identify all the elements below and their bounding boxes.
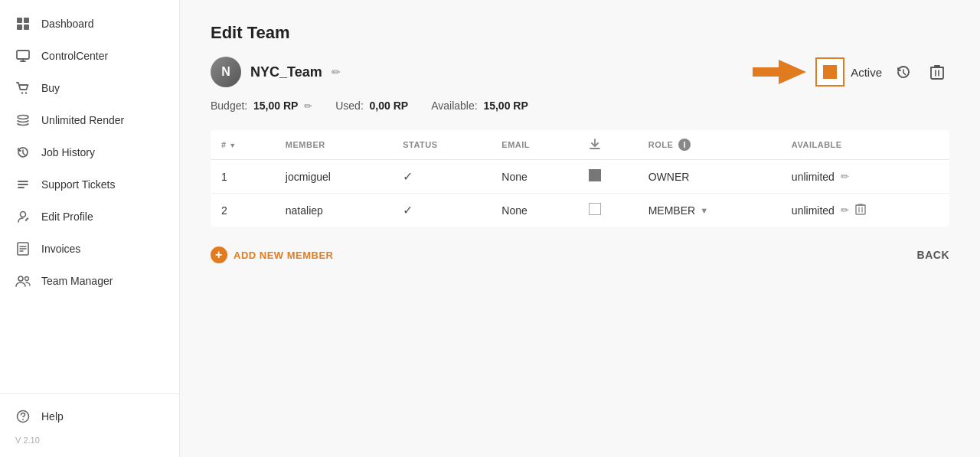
sidebar-label-edit-profile: Edit Profile	[41, 211, 93, 223]
svg-rect-26	[856, 205, 865, 214]
sidebar-item-help[interactable]: Help	[0, 400, 179, 433]
budget-value: 15,00 RP	[253, 100, 298, 112]
col-num[interactable]: # ▼	[211, 130, 275, 160]
sidebar-label-dashboard: Dashboard	[41, 18, 94, 30]
sidebar-item-edit-profile[interactable]: Edit Profile	[0, 201, 179, 233]
cell-available-2: unlimited ✏	[781, 194, 949, 227]
list-icon	[15, 177, 31, 192]
svg-rect-4	[17, 51, 29, 59]
available-value: 15,00 RP	[483, 100, 528, 112]
svg-point-11	[21, 212, 26, 217]
footer-row: + ADD NEW MEMBER BACK	[211, 246, 949, 263]
add-member-label: ADD NEW MEMBER	[234, 250, 334, 261]
avail-delete-icon-2[interactable]	[855, 203, 866, 217]
sidebar-label-invoices: Invoices	[41, 243, 80, 255]
delete-team-icon[interactable]	[925, 60, 949, 84]
svg-rect-20	[753, 67, 782, 77]
role-info-icon[interactable]: i	[678, 139, 691, 151]
svg-point-19	[22, 419, 24, 420]
sidebar-label-team-manager: Team Manager	[41, 275, 113, 287]
used-label: Used: 0,00 RP	[335, 100, 408, 112]
avail-value-1: unlimited	[792, 171, 835, 183]
cell-num-1: 1	[211, 160, 275, 194]
user-edit-icon	[15, 209, 31, 224]
team-header: N NYC_Team ✏ Active	[211, 55, 949, 89]
active-label: Active	[851, 66, 882, 79]
version-label: V 2.10	[0, 433, 179, 451]
cell-available-1: unlimited ✏	[781, 160, 949, 194]
role-label-2: MEMBER	[648, 204, 695, 217]
avatar: N	[211, 57, 241, 87]
cell-member-2: nataliep	[275, 194, 392, 227]
add-member-button[interactable]: + ADD NEW MEMBER	[211, 246, 334, 263]
budget-row: Budget: 15,00 RP ✏ Used: 0,00 RP Availab…	[211, 100, 949, 112]
color-indicator-1[interactable]	[589, 169, 601, 181]
help-icon	[15, 409, 31, 424]
svg-point-6	[25, 92, 27, 93]
col-member: MEMBER	[275, 130, 392, 160]
table-row: 2 nataliep ✓ None MEMBER ▼ unli	[211, 194, 949, 227]
available-label: Available: 15,00 RP	[431, 100, 528, 112]
color-indicator-2[interactable]	[589, 203, 601, 215]
page-title: Edit Team	[211, 23, 949, 43]
sidebar-item-job-history[interactable]: Job History	[0, 136, 179, 168]
sidebar-bottom: Help V 2.10	[0, 393, 179, 457]
cell-role-1: OWNER	[638, 160, 781, 194]
sidebar-label-buy: Buy	[41, 82, 60, 94]
sidebar-item-team-manager[interactable]: Team Manager	[0, 265, 179, 297]
svg-rect-3	[24, 24, 29, 30]
cell-color-2	[578, 194, 637, 227]
sidebar-item-support-tickets[interactable]: Support Tickets	[0, 168, 179, 201]
sidebar-item-controlcenter[interactable]: ControlCenter	[0, 40, 179, 72]
file-icon	[15, 241, 31, 256]
avail-edit-icon-2[interactable]: ✏	[841, 204, 849, 216]
arrow-indicator	[753, 55, 806, 89]
sidebar-label-job-history: Job History	[41, 146, 95, 158]
members-table: # ▼ MEMBER STATUS EMAIL ROLE i AVAILABLE	[211, 130, 949, 227]
active-toggle-button[interactable]	[815, 57, 844, 87]
team-actions: Active	[753, 55, 949, 89]
table-row: 1 jocmiguel ✓ None OWNER unlimited ✏	[211, 160, 949, 194]
history-icon	[15, 145, 31, 160]
sidebar-label-unlimited-render: Unlimited Render	[41, 114, 124, 126]
cell-role-2: MEMBER ▼	[638, 194, 781, 227]
team-icon	[15, 273, 31, 289]
back-button[interactable]: BACK	[917, 249, 949, 261]
svg-point-5	[21, 92, 23, 93]
cell-email-1: None	[491, 160, 578, 194]
cell-num-2: 2	[211, 194, 275, 227]
budget-edit-icon[interactable]: ✏	[304, 100, 312, 112]
cell-member-1: jocmiguel	[275, 160, 392, 194]
col-email: EMAIL	[491, 130, 578, 160]
avail-value-2: unlimited	[792, 204, 835, 217]
monitor-icon	[15, 48, 31, 64]
svg-rect-0	[17, 18, 22, 23]
role-label-1: OWNER	[648, 171, 690, 183]
svg-point-16	[18, 276, 23, 281]
history-action-icon[interactable]	[891, 60, 916, 84]
status-check-icon-1: ✓	[403, 170, 413, 183]
main-content: Edit Team N NYC_Team ✏ Active	[180, 0, 980, 457]
sidebar-label-help: Help	[41, 410, 64, 423]
svg-point-7	[18, 116, 28, 119]
avail-edit-icon-1[interactable]: ✏	[841, 171, 849, 182]
cell-status-2: ✓	[392, 194, 491, 227]
sidebar-item-invoices[interactable]: Invoices	[0, 233, 179, 265]
svg-rect-1	[24, 18, 29, 23]
sidebar-item-dashboard[interactable]: Dashboard	[0, 8, 179, 40]
role-dropdown-icon-2[interactable]: ▼	[700, 206, 708, 215]
cell-status-1: ✓	[392, 160, 491, 194]
svg-rect-22	[931, 67, 943, 79]
status-check-icon-2: ✓	[403, 204, 413, 217]
col-available: AVAILABLE	[781, 130, 949, 160]
col-download	[578, 130, 637, 160]
svg-rect-2	[17, 24, 22, 30]
cart-icon	[15, 80, 31, 96]
cell-color-1	[578, 160, 637, 194]
team-name-edit-icon[interactable]: ✏	[332, 66, 341, 78]
svg-point-17	[25, 277, 29, 281]
team-name: NYC_Team	[250, 64, 322, 80]
grid-icon	[15, 16, 31, 31]
sidebar-item-buy[interactable]: Buy	[0, 72, 179, 104]
sidebar-item-unlimited-render[interactable]: Unlimited Render	[0, 104, 179, 136]
